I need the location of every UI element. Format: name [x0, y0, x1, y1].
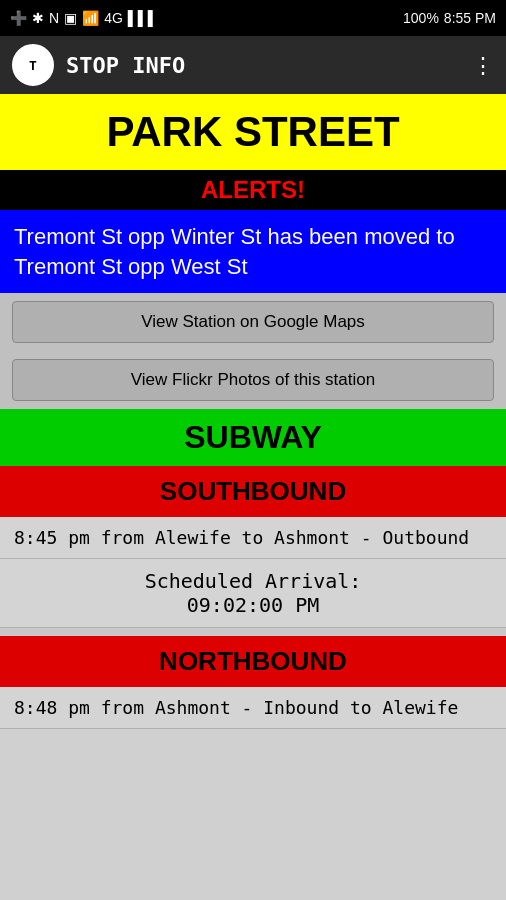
subway-header: SUBWAY: [0, 409, 506, 466]
southbound-scheduled: Scheduled Arrival:09:02:00 PM: [0, 559, 506, 628]
station-name: PARK STREET: [0, 94, 506, 170]
logo-text: T: [29, 58, 37, 73]
scheduled-label: Scheduled Arrival:09:02:00 PM: [145, 569, 362, 617]
signal-bars: ▌▌▌: [128, 10, 158, 26]
flickr-button[interactable]: View Flickr Photos of this station: [12, 359, 494, 401]
northbound-train-info: 8:48 pm from Ashmont - Inbound to Alewif…: [0, 687, 506, 729]
wifi-icon: 📶: [82, 10, 99, 26]
app-title: STOP INFO: [66, 53, 185, 78]
southbound-header: SOUTHBOUND: [0, 466, 506, 517]
add-icon: ➕: [10, 10, 27, 26]
status-right: 100% 8:55 PM: [403, 10, 496, 26]
app-bar-left: T STOP INFO: [12, 44, 185, 86]
overflow-menu-icon[interactable]: ⋮: [472, 53, 494, 78]
network-icon: 4G: [104, 10, 123, 26]
southbound-train-info: 8:45 pm from Alewife to Ashmont - Outbou…: [0, 517, 506, 559]
northbound-label: NORTHBOUND: [159, 646, 347, 676]
status-bar: ➕ ✱ N ▣ 📶 4G ▌▌▌ 100% 8:55 PM: [0, 0, 506, 36]
app-bar: T STOP INFO ⋮: [0, 36, 506, 94]
clock: 8:55 PM: [444, 10, 496, 26]
status-left: ➕ ✱ N ▣ 📶 4G ▌▌▌: [10, 10, 158, 26]
main-content: PARK STREET ALERTS! Tremont St opp Winte…: [0, 94, 506, 900]
separator: [0, 628, 506, 636]
bluetooth-icon: ✱: [32, 10, 44, 26]
sim-icon: ▣: [64, 10, 77, 26]
alert-message: Tremont St opp Winter St has been moved …: [0, 210, 506, 293]
flickr-row: View Flickr Photos of this station: [0, 351, 506, 409]
app-logo: T: [12, 44, 54, 86]
battery-level: 100%: [403, 10, 439, 26]
northbound-header: NORTHBOUND: [0, 636, 506, 687]
alerts-header: ALERTS!: [0, 170, 506, 210]
southbound-label: SOUTHBOUND: [160, 476, 346, 506]
google-maps-row: View Station on Google Maps: [0, 293, 506, 351]
google-maps-button[interactable]: View Station on Google Maps: [12, 301, 494, 343]
n-icon: N: [49, 10, 59, 26]
